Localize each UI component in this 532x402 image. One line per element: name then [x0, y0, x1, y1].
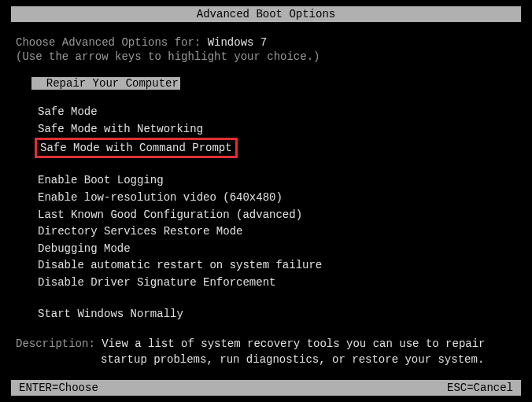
description-line1: View a list of system recovery tools you… [102, 337, 485, 350]
footer-enter: ENTER=Choose [19, 382, 98, 394]
footer-esc: ESC=Cancel [447, 382, 513, 394]
menu-item-start-normally[interactable]: Start Windows Normally [16, 306, 516, 323]
title-text: Advanced Boot Options [197, 8, 335, 20]
highlighted-label: Safe Mode with Command Prompt [40, 142, 232, 154]
highlight-box: Safe Mode with Command Prompt [35, 138, 238, 158]
description-block: Description: View a list of system recov… [0, 337, 532, 367]
menu-item-disable-driver-sig[interactable]: Disable Driver Signature Enforcement [16, 275, 516, 292]
selected-option-row[interactable]: Repair Your Computer [31, 77, 516, 90]
prompt-prefix: Choose Advanced Options for: [16, 36, 208, 49]
menu-item-debugging[interactable]: Debugging Mode [16, 241, 516, 258]
description-line2: startup problems, run diagnostics, or re… [16, 352, 516, 368]
description-label: Description: [16, 337, 102, 350]
os-name: Windows 7 [208, 36, 268, 49]
menu-item-safe-mode[interactable]: Safe Mode [16, 104, 516, 121]
menu-item-disable-auto-restart[interactable]: Disable automatic restart on system fail… [16, 257, 516, 275]
menu-item-last-known-good[interactable]: Last Known Good Configuration (advanced) [16, 207, 516, 224]
menu-area: Safe Mode Safe Mode with Networking Safe… [16, 104, 516, 323]
hint-line: (Use the arrow keys to highlight your ch… [16, 50, 516, 63]
selected-option-label: Repair Your Computer [46, 77, 179, 90]
menu-item-ds-restore[interactable]: Directory Services Restore Mode [16, 223, 516, 241]
title-bar: Advanced Boot Options [11, 6, 521, 22]
footer-bar: ENTER=Choose ESC=Cancel [11, 380, 521, 396]
menu-item-low-res[interactable]: Enable low-resolution video (640x480) [16, 190, 516, 207]
menu-item-boot-logging[interactable]: Enable Boot Logging [16, 172, 516, 190]
menu-item-safe-mode-cmd[interactable]: Safe Mode with Command Prompt [16, 138, 516, 158]
content-area: Choose Advanced Options for: Windows 7 (… [0, 22, 532, 337]
prompt-line: Choose Advanced Options for: Windows 7 [16, 36, 516, 49]
menu-item-safe-mode-networking[interactable]: Safe Mode with Networking [16, 121, 516, 138]
